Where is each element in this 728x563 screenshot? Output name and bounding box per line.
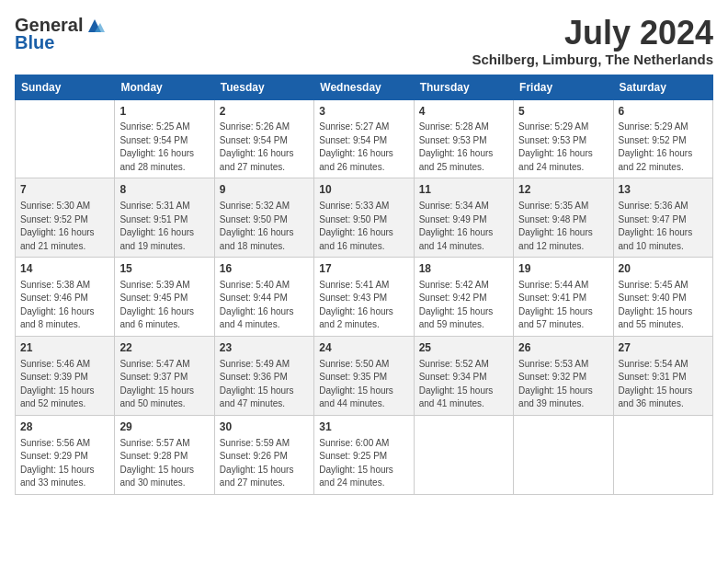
- calendar-day-cell: 30Sunrise: 5:59 AM Sunset: 9:26 PM Dayli…: [214, 415, 313, 494]
- calendar-day-cell: 4Sunrise: 5:28 AM Sunset: 9:53 PM Daylig…: [414, 99, 513, 178]
- day-number: 13: [619, 182, 708, 198]
- day-number: 2: [220, 104, 309, 120]
- day-info: Sunrise: 5:31 AM Sunset: 9:51 PM Dayligh…: [119, 200, 209, 253]
- day-info: Sunrise: 5:32 AM Sunset: 9:50 PM Dayligh…: [220, 200, 309, 253]
- day-number: 17: [319, 261, 408, 277]
- day-number: 18: [419, 261, 508, 277]
- column-header-tuesday: Tuesday: [214, 75, 313, 99]
- calendar-day-cell: 14Sunrise: 5:38 AM Sunset: 9:46 PM Dayli…: [16, 258, 115, 337]
- day-info: Sunrise: 5:42 AM Sunset: 9:42 PM Dayligh…: [419, 279, 508, 332]
- day-number: 29: [119, 419, 209, 435]
- day-info: Sunrise: 5:26 AM Sunset: 9:54 PM Dayligh…: [220, 121, 309, 174]
- day-number: 27: [619, 340, 708, 356]
- title-block: July 2024 Schilberg, Limburg, The Nether…: [472, 15, 713, 67]
- calendar-day-cell: 28Sunrise: 5:56 AM Sunset: 9:29 PM Dayli…: [16, 415, 115, 494]
- logo-icon: [85, 16, 105, 36]
- day-number: 22: [119, 340, 209, 356]
- calendar-day-cell: 18Sunrise: 5:42 AM Sunset: 9:42 PM Dayli…: [414, 258, 513, 337]
- calendar-empty-cell: [16, 99, 115, 178]
- day-info: Sunrise: 5:39 AM Sunset: 9:45 PM Dayligh…: [119, 279, 209, 332]
- day-number: 5: [518, 104, 608, 120]
- day-number: 31: [319, 419, 408, 435]
- month-year-title: July 2024: [472, 15, 713, 52]
- logo: General Blue: [15, 15, 105, 53]
- day-number: 26: [518, 340, 608, 356]
- calendar-day-cell: 26Sunrise: 5:53 AM Sunset: 9:32 PM Dayli…: [514, 336, 613, 415]
- day-info: Sunrise: 5:33 AM Sunset: 9:50 PM Dayligh…: [319, 200, 408, 253]
- page-header: General Blue July 2024 Schilberg, Limbur…: [15, 15, 713, 67]
- day-info: Sunrise: 5:56 AM Sunset: 9:29 PM Dayligh…: [20, 437, 109, 490]
- day-info: Sunrise: 5:45 AM Sunset: 9:40 PM Dayligh…: [619, 279, 708, 332]
- calendar-day-cell: 17Sunrise: 5:41 AM Sunset: 9:43 PM Dayli…: [314, 258, 414, 337]
- day-number: 19: [518, 261, 608, 277]
- day-number: 30: [220, 419, 309, 435]
- logo-blue-text: Blue: [15, 32, 54, 53]
- calendar-day-cell: 8Sunrise: 5:31 AM Sunset: 9:51 PM Daylig…: [115, 178, 214, 258]
- day-info: Sunrise: 5:38 AM Sunset: 9:46 PM Dayligh…: [20, 279, 109, 332]
- day-number: 12: [518, 182, 608, 198]
- calendar-day-cell: 20Sunrise: 5:45 AM Sunset: 9:40 PM Dayli…: [613, 258, 712, 337]
- calendar-week-row: 14Sunrise: 5:38 AM Sunset: 9:46 PM Dayli…: [16, 258, 713, 337]
- day-number: 25: [419, 340, 508, 356]
- calendar-day-cell: 13Sunrise: 5:36 AM Sunset: 9:47 PM Dayli…: [613, 178, 712, 258]
- calendar-day-cell: 27Sunrise: 5:54 AM Sunset: 9:31 PM Dayli…: [613, 336, 712, 415]
- calendar-day-cell: 22Sunrise: 5:47 AM Sunset: 9:37 PM Dayli…: [115, 336, 214, 415]
- day-info: Sunrise: 5:57 AM Sunset: 9:28 PM Dayligh…: [119, 437, 209, 490]
- day-number: 24: [319, 340, 408, 356]
- location-text: Schilberg, Limburg, The Netherlands: [472, 52, 713, 67]
- calendar-day-cell: 25Sunrise: 5:52 AM Sunset: 9:34 PM Dayli…: [414, 336, 513, 415]
- day-info: Sunrise: 5:59 AM Sunset: 9:26 PM Dayligh…: [220, 437, 309, 490]
- calendar-day-cell: 11Sunrise: 5:34 AM Sunset: 9:49 PM Dayli…: [414, 178, 513, 258]
- day-number: 14: [20, 261, 109, 277]
- day-info: Sunrise: 5:34 AM Sunset: 9:49 PM Dayligh…: [419, 200, 508, 253]
- calendar-day-cell: 19Sunrise: 5:44 AM Sunset: 9:41 PM Dayli…: [514, 258, 613, 337]
- calendar-empty-cell: [414, 415, 513, 494]
- day-number: 20: [619, 261, 708, 277]
- calendar-day-cell: 3Sunrise: 5:27 AM Sunset: 9:54 PM Daylig…: [314, 99, 414, 178]
- day-number: 28: [20, 419, 109, 435]
- day-info: Sunrise: 5:36 AM Sunset: 9:47 PM Dayligh…: [619, 200, 708, 253]
- calendar-week-row: 1Sunrise: 5:25 AM Sunset: 9:54 PM Daylig…: [16, 99, 713, 178]
- day-info: Sunrise: 5:25 AM Sunset: 9:54 PM Dayligh…: [119, 121, 209, 174]
- calendar-day-cell: 6Sunrise: 5:29 AM Sunset: 9:52 PM Daylig…: [613, 99, 712, 178]
- day-number: 3: [319, 104, 408, 120]
- day-number: 16: [220, 261, 309, 277]
- day-info: Sunrise: 5:52 AM Sunset: 9:34 PM Dayligh…: [419, 358, 508, 411]
- calendar-day-cell: 16Sunrise: 5:40 AM Sunset: 9:44 PM Dayli…: [214, 258, 313, 337]
- day-info: Sunrise: 5:27 AM Sunset: 9:54 PM Dayligh…: [319, 121, 408, 174]
- day-info: Sunrise: 5:44 AM Sunset: 9:41 PM Dayligh…: [518, 279, 608, 332]
- day-number: 4: [419, 104, 508, 120]
- day-info: Sunrise: 5:29 AM Sunset: 9:53 PM Dayligh…: [518, 121, 608, 174]
- calendar-header-row: SundayMondayTuesdayWednesdayThursdayFrid…: [16, 75, 713, 99]
- calendar-day-cell: 5Sunrise: 5:29 AM Sunset: 9:53 PM Daylig…: [514, 99, 613, 178]
- calendar-day-cell: 15Sunrise: 5:39 AM Sunset: 9:45 PM Dayli…: [115, 258, 214, 337]
- day-info: Sunrise: 5:29 AM Sunset: 9:52 PM Dayligh…: [619, 121, 708, 174]
- day-number: 9: [220, 182, 309, 198]
- column-header-thursday: Thursday: [414, 75, 513, 99]
- column-header-monday: Monday: [115, 75, 214, 99]
- calendar-day-cell: 29Sunrise: 5:57 AM Sunset: 9:28 PM Dayli…: [115, 415, 214, 494]
- day-number: 15: [119, 261, 209, 277]
- calendar-day-cell: 1Sunrise: 5:25 AM Sunset: 9:54 PM Daylig…: [115, 99, 214, 178]
- day-info: Sunrise: 5:47 AM Sunset: 9:37 PM Dayligh…: [119, 358, 209, 411]
- column-header-saturday: Saturday: [613, 75, 712, 99]
- day-number: 23: [220, 340, 309, 356]
- column-header-friday: Friday: [514, 75, 613, 99]
- day-info: Sunrise: 5:35 AM Sunset: 9:48 PM Dayligh…: [518, 200, 608, 253]
- day-number: 10: [319, 182, 408, 198]
- calendar-table: SundayMondayTuesdayWednesdayThursdayFrid…: [15, 75, 713, 495]
- calendar-day-cell: 24Sunrise: 5:50 AM Sunset: 9:35 PM Dayli…: [314, 336, 414, 415]
- day-info: Sunrise: 5:50 AM Sunset: 9:35 PM Dayligh…: [319, 358, 408, 411]
- calendar-week-row: 7Sunrise: 5:30 AM Sunset: 9:52 PM Daylig…: [16, 178, 713, 258]
- day-info: Sunrise: 5:53 AM Sunset: 9:32 PM Dayligh…: [518, 358, 608, 411]
- day-number: 11: [419, 182, 508, 198]
- calendar-day-cell: 7Sunrise: 5:30 AM Sunset: 9:52 PM Daylig…: [16, 178, 115, 258]
- calendar-empty-cell: [613, 415, 712, 494]
- column-header-sunday: Sunday: [16, 75, 115, 99]
- day-number: 1: [119, 104, 209, 120]
- day-number: 6: [619, 104, 708, 120]
- day-number: 7: [20, 182, 109, 198]
- day-info: Sunrise: 5:46 AM Sunset: 9:39 PM Dayligh…: [20, 358, 109, 411]
- calendar-day-cell: 23Sunrise: 5:49 AM Sunset: 9:36 PM Dayli…: [214, 336, 313, 415]
- day-info: Sunrise: 5:40 AM Sunset: 9:44 PM Dayligh…: [220, 279, 309, 332]
